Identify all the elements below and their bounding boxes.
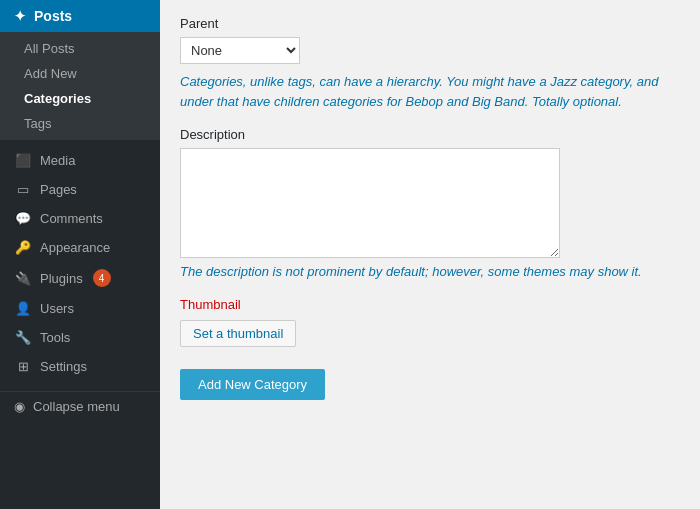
- sidebar-collapse[interactable]: ◉ Collapse menu: [0, 391, 160, 421]
- main-content: Parent None Categories, unlike tags, can…: [160, 0, 700, 509]
- sidebar-item-pages[interactable]: ▭ Pages: [0, 175, 160, 204]
- users-icon: 👤: [14, 301, 32, 316]
- parent-select[interactable]: None: [180, 37, 300, 64]
- collapse-icon: ◉: [14, 399, 25, 414]
- collapse-label: Collapse menu: [33, 399, 120, 414]
- sidebar-item-plugins[interactable]: 🔌 Plugins 4: [0, 262, 160, 294]
- sidebar-item-users[interactable]: 👤 Users: [0, 294, 160, 323]
- sidebar: ✦ Posts All Posts Add New Categories Tag…: [0, 0, 160, 509]
- pages-icon: ▭: [14, 182, 32, 197]
- sidebar-item-comments[interactable]: 💬 Comments: [0, 204, 160, 233]
- sidebar-item-add-new[interactable]: Add New: [0, 61, 160, 86]
- description-field-group: Description The description is not promi…: [180, 127, 680, 279]
- sidebar-plugins-label: Plugins: [40, 271, 83, 286]
- add-category-section: Add New Category: [180, 365, 680, 400]
- pin-icon: ✦: [14, 8, 26, 24]
- sidebar-item-media[interactable]: ⬛ Media: [0, 146, 160, 175]
- settings-icon: ⊞: [14, 359, 32, 374]
- description-textarea[interactable]: [180, 148, 560, 258]
- sidebar-media-label: Media: [40, 153, 75, 168]
- sidebar-comments-label: Comments: [40, 211, 103, 226]
- parent-select-wrapper: None: [180, 37, 680, 64]
- sidebar-item-appearance[interactable]: 🔑 Appearance: [0, 233, 160, 262]
- media-icon: ⬛: [14, 153, 32, 168]
- appearance-icon: 🔑: [14, 240, 32, 255]
- sidebar-item-settings[interactable]: ⊞ Settings: [0, 352, 160, 381]
- sidebar-users-label: Users: [40, 301, 74, 316]
- sidebar-tools-label: Tools: [40, 330, 70, 345]
- parent-field: Parent None Categories, unlike tags, can…: [180, 16, 680, 111]
- thumbnail-section: Thumbnail Set a thumbnail: [180, 297, 680, 347]
- plugins-icon: 🔌: [14, 271, 32, 286]
- sidebar-item-categories[interactable]: Categories: [0, 86, 160, 111]
- sidebar-item-all-posts[interactable]: All Posts: [0, 36, 160, 61]
- tools-icon: 🔧: [14, 330, 32, 345]
- sidebar-item-tags[interactable]: Tags: [0, 111, 160, 136]
- thumbnail-label: Thumbnail: [180, 297, 680, 312]
- description-info-text: The description is not prominent by defa…: [180, 264, 680, 279]
- description-label: Description: [180, 127, 680, 142]
- parent-label: Parent: [180, 16, 680, 31]
- sidebar-item-tools[interactable]: 🔧 Tools: [0, 323, 160, 352]
- sidebar-sub-menu: All Posts Add New Categories Tags: [0, 32, 160, 140]
- sidebar-appearance-label: Appearance: [40, 240, 110, 255]
- sidebar-posts-label: Posts: [34, 8, 72, 24]
- sidebar-settings-label: Settings: [40, 359, 87, 374]
- comments-icon: 💬: [14, 211, 32, 226]
- add-category-button[interactable]: Add New Category: [180, 369, 325, 400]
- sidebar-posts-header[interactable]: ✦ Posts: [0, 0, 160, 32]
- sidebar-main-menu: ⬛ Media ▭ Pages 💬 Comments 🔑 Appearance …: [0, 140, 160, 387]
- sidebar-pages-label: Pages: [40, 182, 77, 197]
- plugins-badge: 4: [93, 269, 111, 287]
- set-thumbnail-button[interactable]: Set a thumbnail: [180, 320, 296, 347]
- parent-info-text: Categories, unlike tags, can have a hier…: [180, 72, 680, 111]
